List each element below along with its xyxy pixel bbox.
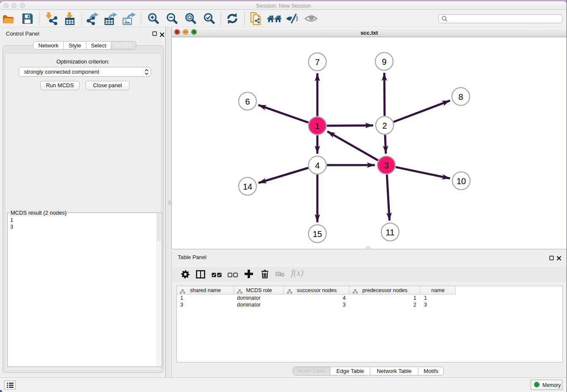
svg-text:4: 4 <box>315 161 319 170</box>
svg-text:9: 9 <box>382 57 386 66</box>
svg-text:8: 8 <box>458 92 463 102</box>
svg-text:3: 3 <box>384 161 388 170</box>
svg-text:14: 14 <box>243 182 252 191</box>
svg-text:1: 1 <box>315 121 319 131</box>
svg-text:7: 7 <box>315 58 319 67</box>
svg-text:15: 15 <box>313 229 322 239</box>
svg-text:10: 10 <box>457 177 466 186</box>
svg-text:11: 11 <box>386 228 395 237</box>
svg-text:6: 6 <box>245 97 250 106</box>
svg-text:2: 2 <box>382 121 387 130</box>
